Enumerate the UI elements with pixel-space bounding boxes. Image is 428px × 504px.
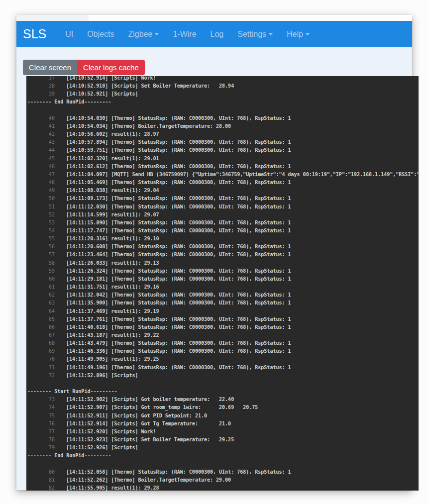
log-line-text: [14:10:54.030] [Thermo] StatusRsp: (RAW:… (66, 114, 291, 122)
log-line: 54[14:11:17.747] [Thermo] StatusRsp: (RA… (27, 227, 419, 235)
clear-logs-cache-button[interactable]: Clear logs cache (77, 60, 145, 75)
brand-logo[interactable]: SLS (23, 27, 46, 41)
log-line-text: [14:11:09.173] [Thermo] StatusRsp: (RAW:… (66, 195, 291, 202)
log-line-text: [14:11:43.187] result(1): 29.22 (66, 331, 159, 339)
log-line-text: [14:11:14.599] result(1): 29.07 (66, 211, 159, 219)
log-line: 62[14:11:32.042] [Thermo] StatusRsp: (RA… (27, 291, 419, 299)
log-line-text: [14:11:52.923] [Scripts] Set Boiler Temp… (66, 436, 234, 444)
log-line: 73[14:11:52.902] [Scripts] Got boiler te… (27, 396, 419, 403)
log-line: 68[14:11:43.479] [Thermo] StatusRsp: (RA… (27, 339, 419, 347)
log-line: 41[14:10:54.034] [Thermo] Boiler.TargetT… (27, 122, 419, 130)
log-line: 40[14:10:54.030] [Thermo] StatusRsp: (RA… (27, 114, 419, 122)
log-line: 39[14:10:52.921] [Scripts] (27, 90, 419, 98)
log-line: 58[14:11:26.033] result(1): 29.13 (27, 259, 419, 267)
nav-item-ui[interactable]: UI (58, 26, 80, 43)
log-line-text: [14:11:12.030] [Thermo] StatusRsp: (RAW:… (66, 203, 291, 211)
log-line-number: 40 (27, 114, 55, 122)
log-line-text: [14:11:35.900] [Thermo] StatusRsp: (RAW:… (66, 299, 291, 307)
chevron-down-icon (306, 33, 310, 35)
log-line: 63[14:11:35.900] [Thermo] StatusRsp: (RA… (27, 299, 419, 307)
log-line-text: [14:11:52.911] [Scripts] Got PID Setpoin… (66, 412, 207, 420)
log-line-text: [14:11:52.902] [Scripts] Got boiler temp… (66, 396, 234, 403)
log-line-text: [14:11:46.336] [Thermo] StatusRsp: (RAW:… (66, 347, 291, 355)
log-line-number: 49 (27, 187, 55, 195)
log-line-number: 65 (27, 315, 55, 323)
log-line-number: 43 (27, 138, 55, 146)
log-line-text: [14:11:04.097] [MQTT] Send HB (346759097… (66, 171, 419, 179)
log-line-text: [14:11:26.033] result(1): 29.13 (66, 259, 159, 267)
log-line: 48[14:11:05.469] [Thermo] StatusRsp: (RA… (27, 179, 419, 187)
log-line: 80[14:11:52.058] [Thermo] StatusRsp: (RA… (27, 468, 419, 476)
log-line-number: 52 (27, 211, 55, 219)
app-window: SLS UIObjectsZigbee1-WireLogSettingsHelp… (16, 15, 412, 490)
log-line: 71[14:11:49.196] [Thermo] StatusRsp: (RA… (27, 364, 419, 372)
log-line-number: 46 (27, 163, 55, 171)
chevron-down-icon (269, 33, 273, 35)
log-line-text: [14:11:40.618] [Thermo] StatusRsp: (RAW:… (66, 323, 291, 331)
log-line-number: 62 (27, 291, 55, 299)
log-line-text: [14:10:57.894] [Thermo] StatusRsp: (RAW:… (66, 138, 291, 146)
log-line: 65[14:11:37.761] [Thermo] StatusRsp: (RA… (27, 315, 419, 323)
log-line: 60[14:11:29.181] [Thermo] StatusRsp: (RA… (27, 275, 419, 283)
log-line: 75[14:11:52.911] [Scripts] Got PID Setpo… (27, 412, 419, 420)
log-line: 51[14:11:12.030] [Thermo] StatusRsp: (RA… (27, 203, 419, 211)
log-line-number: 41 (27, 122, 55, 130)
log-line: 61[14:11:31.751] result(1): 29.16 (27, 283, 419, 291)
log-line: 66[14:11:40.618] [Thermo] StatusRsp: (RA… (27, 323, 419, 331)
navbar: SLS UIObjectsZigbee1-WireLogSettingsHelp (16, 21, 412, 47)
log-line-text: [14:11:55.905] result(1): 29.28 (66, 484, 159, 491)
window-top-strip (16, 15, 412, 21)
log-line-number: 74 (27, 403, 55, 411)
log-line-number: 53 (27, 219, 55, 227)
log-separator-text: -------- End RunPid--------- (27, 98, 111, 106)
log-line-number: 42 (27, 130, 55, 138)
clear-screen-button[interactable]: Clear screen (23, 60, 77, 75)
log-line-number: 47 (27, 171, 55, 179)
chevron-down-icon (155, 33, 159, 35)
page-top-edge (89, 16, 412, 21)
log-line: 43[14:10:57.894] [Thermo] StatusRsp: (RA… (27, 138, 419, 146)
log-line-number: 66 (27, 323, 55, 331)
log-line: 49[14:11:08.038] result(1): 29.04 (27, 187, 419, 195)
log-line-text: [14:10:52.914] [Scripts] Work! (66, 76, 156, 82)
log-line-text: [14:11:05.469] [Thermo] StatusRsp: (RAW:… (66, 179, 291, 187)
log-line-number: 78 (27, 436, 55, 444)
log-line-number: 71 (27, 364, 55, 372)
log-line: 59[14:11:26.324] [Thermo] StatusRsp: (RA… (27, 267, 419, 275)
nav-item-1-wire[interactable]: 1-Wire (166, 26, 203, 43)
log-line: 52[14:11:14.599] result(1): 29.07 (27, 211, 419, 219)
nav-item-zigbee[interactable]: Zigbee (121, 26, 166, 43)
log-blank-line (27, 106, 419, 114)
log-blank-line (27, 380, 419, 388)
log-separator-text: -------- End RunPid--------- (27, 452, 111, 460)
log-line-text: [14:10:52.918] [Scripts] Set Boiler Temp… (66, 82, 234, 90)
log-line-text: [14:10:54.034] [Thermo] Boiler.TargetTem… (66, 122, 231, 130)
log-console[interactable]: 37[14:10:52.914] [Scripts] Work!38[14:10… (26, 76, 419, 491)
log-line: 81[14:11:52.262] [Thermo] Boiler.TargetT… (27, 476, 419, 484)
log-line-text: [14:11:15.890] [Thermo] StatusRsp: (RAW:… (66, 219, 291, 227)
log-line-number: 73 (27, 396, 55, 403)
log-line-number: 80 (27, 468, 55, 476)
log-line-number: 69 (27, 347, 55, 355)
nav-item-objects[interactable]: Objects (80, 26, 121, 43)
log-line-text: [14:11:43.479] [Thermo] StatusRsp: (RAW:… (66, 339, 291, 347)
log-line-number: 44 (27, 146, 55, 154)
log-line: 50[14:11:09.173] [Thermo] StatusRsp: (RA… (27, 195, 419, 202)
nav-item-log[interactable]: Log (204, 26, 231, 43)
log-line-number: 37 (27, 76, 55, 82)
log-line-text: [14:11:02.320] result(1): 29.01 (66, 155, 159, 163)
log-line: 67[14:11:43.187] result(1): 29.22 (27, 331, 419, 339)
log-line-text: [14:11:52.262] [Thermo] Boiler.TargetTem… (66, 476, 231, 484)
log-blank-line (27, 460, 419, 468)
log-line-text: [14:10:59.751] [Thermo] StatusRsp: (RAW:… (66, 146, 291, 154)
log-line-number: 54 (27, 227, 55, 235)
log-line-text: [14:11:17.747] [Thermo] StatusRsp: (RAW:… (66, 227, 291, 235)
log-lines: 37[14:10:52.914] [Scripts] Work!38[14:10… (26, 76, 419, 491)
log-separator: -------- End RunPid--------- (27, 452, 419, 460)
log-line-number: 72 (27, 372, 55, 380)
log-line: 47[14:11:04.097] [MQTT] Send HB (3467590… (27, 171, 419, 179)
nav-item-settings[interactable]: Settings (230, 26, 280, 43)
nav-item-help[interactable]: Help (280, 26, 317, 43)
log-separator-text: -------- Start RunPid--------- (27, 388, 117, 396)
log-line-text: [14:11:49.196] [Thermo] StatusRsp: (RAW:… (66, 364, 291, 372)
